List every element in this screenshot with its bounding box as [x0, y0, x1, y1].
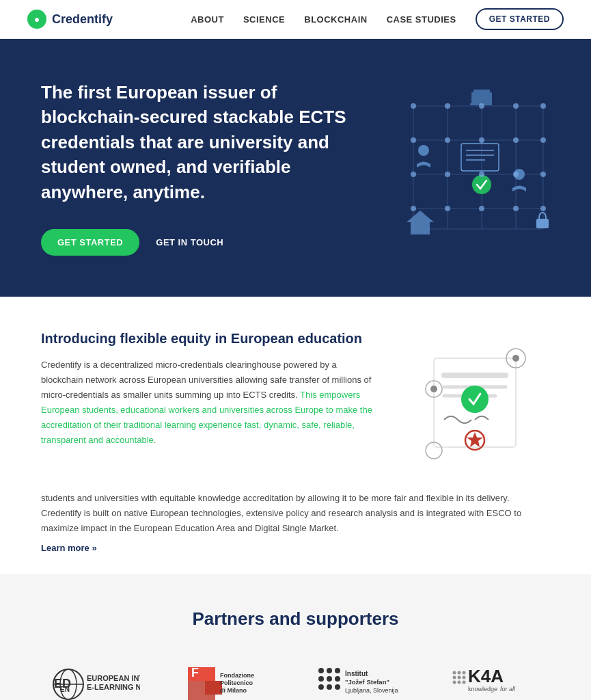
learn-more-link[interactable]: Learn more » — [41, 543, 97, 553]
list-item: Institut "Jožef Stefan" Ljubljana, Slove… — [303, 657, 422, 700]
nav-blockchain[interactable]: BLOCKCHAIN — [304, 14, 367, 25]
partner-logo-k4a: K4A knowledge for all — [451, 666, 540, 700]
partners-title: Partners and supporters — [27, 608, 564, 630]
svg-point-44 — [411, 206, 416, 211]
svg-text:Politecnico: Politecnico — [220, 679, 253, 686]
hero-get-started-button[interactable]: GET STARTED — [41, 229, 139, 256]
svg-point-88 — [458, 671, 461, 674]
nav-case-studies[interactable]: CASE STUDIES — [387, 14, 456, 25]
svg-point-34 — [411, 137, 416, 143]
intro-section: Introducing flexible equity in European … — [0, 297, 591, 491]
svg-rect-13 — [473, 95, 476, 103]
hero-actions: GET STARTED GET IN TOUCH — [41, 229, 348, 256]
svg-point-79 — [327, 676, 332, 682]
svg-point-43 — [540, 172, 546, 177]
svg-point-23 — [472, 175, 491, 194]
svg-point-76 — [327, 668, 332, 673]
svg-point-30 — [445, 103, 450, 109]
svg-point-48 — [540, 206, 546, 211]
svg-point-39 — [411, 172, 416, 177]
svg-text:knowledge: knowledge — [468, 686, 497, 692]
list-item: EUROPEAN INTERNET AND E-LEARNING NETWORK… — [36, 659, 156, 700]
svg-point-87 — [453, 671, 456, 674]
navbar: ● Credentify ABOUT SCIENCE BLOCKCHAIN CA… — [0, 0, 591, 39]
svg-point-95 — [463, 680, 466, 684]
svg-point-45 — [445, 206, 450, 211]
svg-text:Fondazione: Fondazione — [220, 672, 254, 679]
svg-text:Institut: Institut — [345, 670, 368, 677]
svg-point-59 — [430, 386, 437, 392]
svg-point-32 — [513, 103, 519, 109]
navbar-get-started-button[interactable]: GET STARTED — [476, 8, 564, 30]
svg-text:F: F — [191, 666, 199, 679]
partner-logo-politecnico: F Fondazione Politecnico di Milano — [184, 664, 273, 700]
svg-text:K4A: K4A — [468, 666, 504, 686]
svg-point-46 — [479, 206, 484, 211]
svg-point-94 — [458, 680, 461, 684]
svg-point-31 — [479, 103, 484, 109]
credentify-section: students and universities with equitable… — [0, 491, 591, 574]
partners-grid: EUROPEAN INTERNET AND E-LEARNING NETWORK… — [36, 657, 555, 700]
svg-text:Ljubljana, Slovenija: Ljubljana, Slovenija — [345, 687, 398, 694]
svg-point-78 — [318, 676, 324, 682]
partner-logo-eden: EUROPEAN INTERNET AND E-LEARNING NETWORK… — [51, 666, 140, 700]
intro-title: Introducing flexible equity in European … — [41, 331, 372, 347]
svg-marker-25 — [407, 211, 434, 222]
svg-rect-19 — [461, 144, 499, 171]
hero-graphic — [372, 85, 564, 250]
svg-point-47 — [513, 206, 519, 211]
svg-point-37 — [513, 137, 519, 143]
navbar-links: ABOUT SCIENCE BLOCKCHAIN CASE STUDIES GE… — [191, 8, 564, 30]
svg-point-83 — [335, 684, 340, 690]
list-item: F Fondazione Politecnico di Milano — [169, 657, 289, 700]
svg-point-80 — [335, 676, 340, 682]
svg-point-89 — [463, 671, 466, 674]
svg-rect-27 — [415, 227, 425, 234]
svg-point-91 — [458, 675, 461, 679]
intro-graphic — [413, 331, 550, 470]
nav-science[interactable]: SCIENCE — [243, 14, 285, 25]
svg-text:"Jožef Stefan": "Jožef Stefan" — [345, 678, 389, 686]
svg-rect-11 — [473, 90, 490, 94]
svg-point-42 — [513, 172, 519, 177]
svg-point-35 — [445, 137, 450, 143]
svg-point-75 — [318, 668, 324, 673]
credentify-desc: students and universities with equitable… — [41, 491, 550, 536]
intro-text: Introducing flexible equity in European … — [41, 331, 372, 470]
svg-point-93 — [453, 680, 456, 684]
svg-point-38 — [540, 137, 546, 143]
svg-rect-14 — [478, 95, 481, 103]
list-item: K4A knowledge for all — [436, 659, 555, 700]
svg-text:for all: for all — [500, 686, 516, 692]
hero-get-in-touch-link[interactable]: GET IN TOUCH — [156, 237, 223, 247]
svg-point-82 — [327, 684, 332, 690]
svg-rect-16 — [488, 95, 491, 103]
svg-point-53 — [461, 386, 489, 413]
svg-point-90 — [453, 675, 456, 679]
hero-title: The first European issuer of blockchain-… — [41, 80, 348, 204]
svg-text:di Milano: di Milano — [220, 687, 247, 694]
partners-section: Partners and supporters EUROPEAN INTERNE… — [0, 574, 591, 700]
svg-rect-15 — [483, 95, 486, 103]
svg-point-92 — [463, 675, 466, 679]
hero-section: The first European issuer of blockchain-… — [0, 39, 591, 297]
svg-point-41 — [479, 172, 484, 177]
svg-point-36 — [479, 137, 484, 143]
hero-content: The first European issuer of blockchain-… — [41, 80, 348, 256]
nav-about[interactable]: ABOUT — [191, 14, 224, 25]
credentify-logo-icon: ● — [27, 10, 46, 29]
svg-text:EN: EN — [60, 686, 70, 693]
intro-desc-1: Credentify is a decentralized micro-cred… — [41, 358, 372, 448]
svg-point-77 — [335, 668, 340, 673]
navbar-logo[interactable]: ● Credentify — [27, 10, 113, 29]
svg-text:E-LEARNING NETWORK: E-LEARNING NETWORK — [87, 683, 140, 691]
svg-point-17 — [418, 145, 429, 156]
svg-rect-24 — [536, 219, 549, 228]
svg-point-81 — [318, 684, 324, 690]
svg-point-60 — [512, 355, 519, 362]
svg-point-40 — [445, 172, 450, 177]
svg-point-29 — [411, 103, 416, 109]
navbar-logo-text: Credentify — [52, 12, 113, 27]
svg-text:EUROPEAN INTERNET AND: EUROPEAN INTERNET AND — [87, 674, 140, 682]
svg-point-33 — [540, 103, 546, 109]
